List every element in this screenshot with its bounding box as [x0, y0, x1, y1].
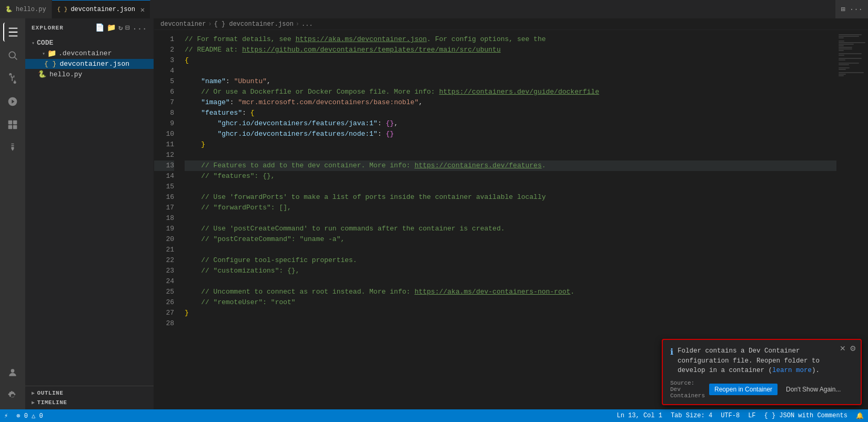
activity-explorer-icon[interactable] — [3, 23, 22, 42]
status-notification-bell[interactable]: 🔔 — [852, 409, 868, 422]
line-number: 20 — [154, 234, 174, 245]
code-line: // Configure tool-specific properties. — [185, 255, 836, 266]
minimap-line — [839, 77, 844, 78]
collapse-icon[interactable]: ⊟ — [125, 23, 130, 32]
chevron-right-icon: ▶ — [32, 399, 35, 406]
chevron-right-icon: ▶ — [32, 390, 35, 396]
code-line — [185, 245, 836, 255]
sidebar-title-label: EXPLORER — [32, 25, 64, 31]
folder-section: ▾ CODE ▾ 📁 .devcontainer { } devcontaine… — [25, 37, 154, 81]
root-label[interactable]: ▾ CODE — [25, 38, 154, 48]
line-number: 12 — [154, 150, 174, 160]
new-folder-icon[interactable]: 📁 — [107, 23, 116, 32]
chevron-down-icon: ▾ — [42, 51, 45, 57]
status-errors[interactable]: ⊗ 0 △ 0 — [12, 409, 47, 422]
activity-search-icon[interactable] — [3, 46, 22, 65]
json-file-icon: { } — [57, 6, 68, 13]
minimap-line — [839, 74, 846, 75]
code-line: // Uncomment to connect as root instead.… — [185, 287, 836, 297]
status-remote-icon[interactable]: ⚡ — [0, 409, 12, 422]
svg-rect-5 — [13, 125, 17, 129]
json-icon: { } — [44, 60, 56, 68]
activity-source-control-icon[interactable] — [3, 69, 22, 88]
minimap-line — [839, 61, 844, 62]
line-number: 11 — [154, 139, 174, 150]
status-right: Ln 13, Col 1 Tab Size: 4 UTF-8 LF { } JS… — [613, 409, 869, 422]
breadcrumb-part-1: devcontainer — [160, 21, 206, 28]
minimap-line — [839, 36, 859, 37]
minimap-line — [839, 75, 844, 76]
split-editor-icon[interactable]: ⊞ — [841, 5, 845, 14]
code-line: "ghcr.io/devcontainers/features/java:1":… — [185, 118, 836, 129]
line-number: 13 — [154, 160, 174, 171]
tab-devcontainer-json[interactable]: { } devcontainer.json ✕ — [52, 0, 151, 18]
code-line: "ghcr.io/devcontainers/features/node:1":… — [185, 129, 836, 139]
more-actions-icon[interactable]: ··· — [850, 5, 863, 14]
timeline-section-header[interactable]: ▶ TIMELINE — [25, 398, 154, 407]
breadcrumb-part-2: { } devcontainer.json — [214, 21, 294, 28]
status-tab-size[interactable]: Tab Size: 4 — [667, 409, 716, 422]
status-bar: ⚡ ⊗ 0 △ 0 Ln 13, Col 1 Tab Size: 4 UTF-8… — [0, 409, 868, 422]
minimap-line — [839, 64, 849, 65]
sidebar-item-devcontainer-json[interactable]: { } devcontainer.json — [25, 59, 154, 69]
code-line: // Use 'postCreateCommand' to run comman… — [185, 224, 836, 234]
code-line: { — [185, 55, 836, 66]
line-numbers: 1234567891011121314151617181920212223242… — [154, 30, 180, 409]
minimap-line — [839, 63, 859, 64]
sidebar-item-devcontainer-folder[interactable]: ▾ 📁 .devcontainer — [25, 48, 154, 59]
line-number: 28 — [154, 318, 174, 329]
activity-debug-icon[interactable] — [3, 92, 22, 111]
line-number: 22 — [154, 255, 174, 266]
status-eol[interactable]: LF — [744, 409, 760, 422]
line-number: 8 — [154, 108, 174, 118]
activity-account-icon[interactable] — [3, 363, 22, 382]
minimap-line — [839, 58, 862, 59]
dont-show-again-button[interactable]: Don't Show Again... — [782, 384, 845, 395]
sidebar-title-icons: 📄 📁 ↻ ⊟ ... — [95, 23, 147, 32]
title-bar-actions: ⊞ ··· — [835, 5, 868, 14]
status-language[interactable]: { } JSON with Comments — [760, 409, 852, 422]
notification-learn-more-link[interactable]: learn more — [772, 367, 812, 374]
reopen-in-container-button[interactable]: Reopen in Container — [709, 384, 778, 395]
code-line: // "features": {}, — [185, 171, 836, 182]
tab-size-text: Tab Size: 4 — [671, 412, 712, 419]
line-number: 7 — [154, 97, 174, 108]
cursor-position-text: Ln 13, Col 1 — [617, 412, 662, 419]
refresh-icon[interactable]: ↻ — [118, 23, 123, 32]
notification-message-text: Folder contains a Dev Container configur… — [678, 346, 840, 376]
new-file-icon[interactable]: 📄 — [95, 23, 105, 32]
notification-close-button[interactable]: ✕ — [840, 344, 846, 353]
activity-settings-icon[interactable] — [3, 386, 22, 405]
outline-section-header[interactable]: ▶ OUTLINE — [25, 388, 154, 398]
status-cursor-position[interactable]: Ln 13, Col 1 — [613, 409, 667, 422]
status-encoding[interactable]: UTF-8 — [716, 409, 744, 422]
code-line: // Or use a Dockerfile or Docker Compose… — [185, 87, 836, 97]
line-number: 25 — [154, 287, 174, 297]
status-left: ⚡ ⊗ 0 △ 0 — [0, 409, 47, 422]
code-line: // Features to add to the dev container.… — [185, 160, 836, 171]
minimap-line — [839, 59, 845, 61]
line-number: 16 — [154, 192, 174, 203]
svg-rect-2 — [8, 120, 13, 125]
code-line: // For format details, see https://aka.m… — [185, 34, 836, 45]
code-line: "image": "mcr.microsoft.com/devcontainer… — [185, 97, 836, 108]
outline-label: OUTLINE — [37, 390, 64, 396]
activity-extensions-icon[interactable] — [3, 115, 22, 134]
notification-gear-button[interactable]: ⚙ — [850, 344, 856, 353]
root-folder-label: CODE — [37, 39, 53, 47]
activity-testing-icon[interactable] — [3, 138, 22, 157]
folder-name: .devcontainer — [58, 49, 112, 57]
minimap-line — [839, 45, 844, 46]
title-bar: 🐍 hello.py { } devcontainer.json ✕ ⊞ ··· — [0, 0, 868, 18]
tab-bar: 🐍 hello.py { } devcontainer.json ✕ — [0, 0, 835, 18]
code-line: // "remoteUser": "root" — [185, 297, 836, 308]
line-number: 24 — [154, 276, 174, 287]
svg-rect-4 — [8, 125, 13, 129]
activity-bar-bottom — [3, 363, 22, 405]
sidebar-item-hello-py[interactable]: 🐍 hello.py — [25, 69, 154, 79]
notification-popup: ⚙ ✕ ℹ Folder contains a Dev Container co… — [662, 339, 862, 405]
more-icon[interactable]: ... — [133, 23, 147, 32]
line-number: 19 — [154, 224, 174, 234]
tab-close-icon[interactable]: ✕ — [140, 5, 145, 14]
tab-hello-py[interactable]: 🐍 hello.py — [0, 0, 52, 18]
